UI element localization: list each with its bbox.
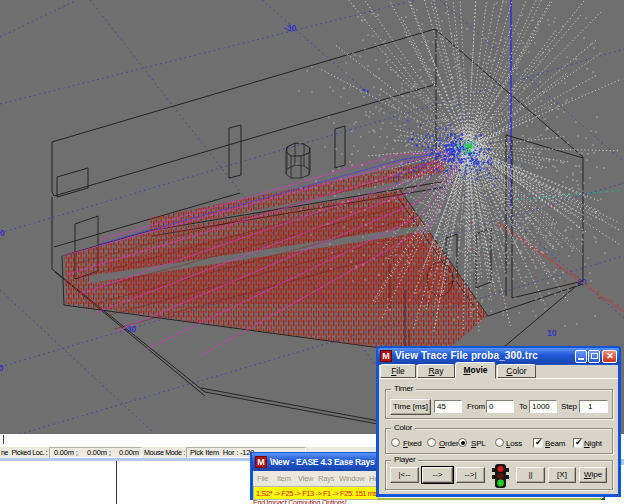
svg-text:0: 0 (0, 228, 5, 238)
svg-text:30: 30 (0, 363, 4, 373)
svg-text:-30: -30 (284, 23, 297, 33)
svg-text:10: 10 (547, 328, 557, 338)
